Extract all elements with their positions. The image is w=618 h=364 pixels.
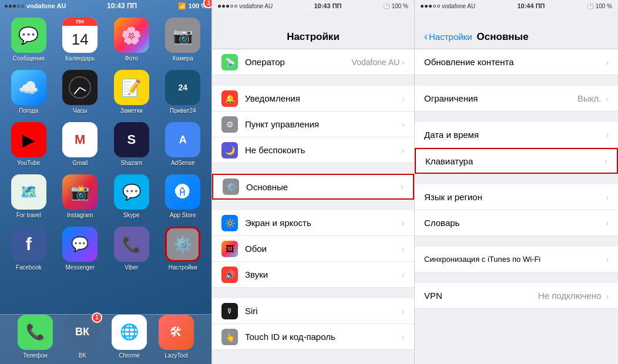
app-weather[interactable]: ☁️ Погода: [7, 70, 51, 114]
app-instagram[interactable]: 📸 Instagram: [59, 174, 102, 218]
itunes-title: Синхронизация с iTunes по Wi-Fi: [424, 255, 606, 264]
sep-3: [212, 200, 414, 210]
maps-icon: 🗺️: [11, 174, 46, 210]
general-row-itunes[interactable]: Синхронизация с iTunes по Wi-Fi ›: [415, 247, 618, 272]
shazam-label: Shazam: [120, 160, 142, 166]
settings-row-dnd[interactable]: 🌙 Не беспокоить ›: [212, 137, 414, 163]
app-calendar[interactable]: ПН 14 Календарь: [59, 18, 102, 62]
photos-label: Фото: [125, 55, 138, 62]
app-shazam[interactable]: S Shazam: [110, 122, 153, 166]
notif-title: Уведомления: [245, 93, 402, 103]
general-row-vpn[interactable]: VPN Не подключено ›: [415, 283, 618, 309]
settings-row-operator[interactable]: 📡 Оператор Vodafone AU ›: [212, 49, 414, 75]
wallpaper-title: Обои: [245, 244, 402, 254]
general-row-update[interactable]: Обновление контента ›: [415, 49, 618, 75]
phone-icon: 📞: [18, 315, 53, 350]
notif-chevron: ›: [402, 94, 405, 103]
back-button[interactable]: ‹ Настройки: [424, 31, 472, 43]
dock-lazytool[interactable]: 🛠 LazyTool: [159, 315, 194, 359]
app-photos[interactable]: 🌸 Фото: [110, 18, 153, 62]
notes-icon: 📝: [114, 70, 149, 105]
clock-hand-hour: [80, 87, 86, 92]
general-row-restrictions[interactable]: Ограничения Выкл. ›: [415, 86, 618, 112]
vpn-value: Не подключено: [538, 291, 601, 301]
adsense-label: AdSense: [171, 160, 195, 166]
s3d1: [421, 5, 424, 8]
dock-vk[interactable]: ВК 1 ВК: [65, 315, 100, 359]
chrome-icon: 🌐: [112, 315, 147, 350]
sounds-chevron: ›: [402, 270, 405, 279]
facebook-label: Facebook: [16, 264, 42, 271]
s2d3: [226, 5, 229, 8]
touchid-chevron: ›: [402, 332, 405, 342]
app-messages[interactable]: 💬 Сообщения: [7, 18, 51, 62]
s2d4: [230, 5, 233, 8]
lazytool-label: LazyTool: [164, 352, 187, 359]
general-row-dictionary[interactable]: Словарь ›: [415, 210, 618, 236]
s2d1: [218, 5, 221, 8]
app-facebook[interactable]: f Facebook: [7, 227, 51, 271]
s3d4: [433, 5, 436, 8]
calendar-label: Календарь: [65, 55, 95, 62]
status-bar-1: vodafone AU 10:43 ПП 📶 100 %: [0, 0, 211, 12]
general-row-datetime[interactable]: Дата и время ›: [415, 122, 618, 148]
app-youtube[interactable]: ▶ YouTube: [7, 122, 51, 166]
settings-row-touchid[interactable]: 👆 Touch ID и код-пароль ›: [212, 324, 414, 350]
cal-day: ПН: [62, 18, 98, 26]
s2d2: [222, 5, 225, 8]
photos-icon: 🌸: [114, 18, 149, 53]
settings-row-siri[interactable]: 🎙 Siri ›: [212, 298, 414, 324]
keyboard-title: Клавиатура: [425, 156, 604, 166]
camera-label: Камера: [173, 55, 193, 62]
s3d2: [425, 5, 428, 8]
app-camera[interactable]: 📷 Камера: [162, 18, 205, 62]
settings-row-general[interactable]: ⚙️ Основные ›: [212, 174, 414, 200]
settings-row-display[interactable]: 🔆 Экран и яркость ›: [212, 210, 414, 236]
app-messenger[interactable]: 💬 Messenger: [59, 227, 102, 271]
siri-chevron: ›: [402, 306, 405, 316]
operator-chevron: ›: [402, 58, 405, 67]
app-notes[interactable]: 📝 Заметки: [110, 70, 153, 114]
app-appstore[interactable]: 🅐 App Store: [162, 174, 205, 218]
clock-icon: [62, 70, 98, 105]
time-1: 10:43 ПП: [107, 2, 137, 10]
settings-row-notifications[interactable]: 🔔 Уведомления ›: [212, 86, 414, 112]
datetime-chevron: ›: [606, 130, 609, 140]
phone-screen-1: vodafone AU 10:43 ПП 📶 100 % 💬 Сообщения…: [0, 0, 211, 364]
status-bar-3: vodafone AU 10:44 ПП 🕐 100 %: [415, 0, 618, 12]
restrictions-value: Выкл.: [577, 93, 601, 103]
update-title: Обновление контента: [424, 57, 606, 67]
signal-2: [218, 5, 237, 8]
app-clock[interactable]: Часы: [59, 70, 102, 114]
dock-phone[interactable]: 📞 Телефон: [18, 315, 53, 359]
operator-value: Vodafone AU: [352, 58, 400, 67]
settings-row-control[interactable]: ⚙ Пункт управления ›: [212, 112, 414, 137]
camera-icon: 📷: [165, 18, 200, 53]
general-row-keyboard[interactable]: Клавиатура ›: [415, 148, 618, 174]
app-gmail[interactable]: M 3 Gmail: [59, 122, 102, 166]
back-chevron-icon: ‹: [424, 31, 428, 43]
chrome-label: Chrome: [119, 352, 140, 359]
lazytool-icon: 🛠: [159, 315, 194, 350]
skype-icon: 💬: [114, 174, 149, 210]
sounds-title: Звуки: [245, 269, 402, 279]
app-maps[interactable]: 🗺️ For travel: [7, 174, 51, 218]
app-skype[interactable]: 💬 Skype: [110, 174, 153, 218]
messenger-icon: 💬: [62, 227, 98, 262]
app-settings[interactable]: ⚙️ Настройки: [162, 227, 205, 271]
general-row-language[interactable]: Язык и регион ›: [415, 184, 618, 210]
dock-chrome[interactable]: 🌐 Chrome: [112, 315, 147, 359]
app-adsense[interactable]: A AdSense: [162, 122, 205, 166]
dock: 📞 Телефон ВК 1 ВК 🌐 Chrome 🛠 LazyTool: [0, 314, 211, 364]
signal-dots: [5, 5, 24, 8]
privat24-label: Приват24: [170, 107, 196, 114]
restrictions-chevron: ›: [606, 94, 609, 103]
app-privat24[interactable]: 24 Приват24: [162, 70, 205, 114]
settings-row-wallpaper[interactable]: 🖼 Обои ›: [212, 236, 414, 262]
phone-label: Телефон: [23, 352, 47, 359]
general-header: ‹ Настройки Основные: [415, 12, 618, 49]
settings-row-sounds[interactable]: 🔊 Звуки ›: [212, 262, 414, 288]
app-viber[interactable]: 📞 Viber: [110, 227, 153, 271]
dnd-title: Не беспокоить: [245, 145, 402, 155]
gmail-icon: M: [62, 122, 98, 157]
